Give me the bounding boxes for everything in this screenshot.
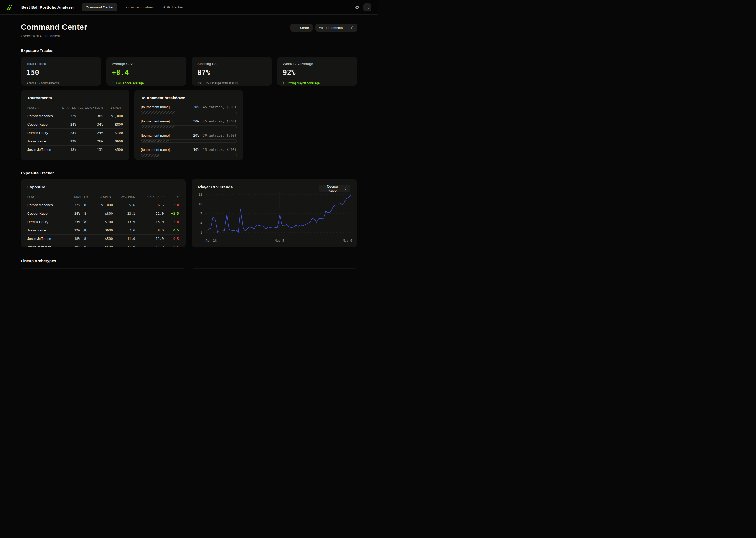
closing-adp-value: 6.5 <box>135 203 164 207</box>
nav-brand: Best Ball Portfolio Analyzer <box>7 4 74 11</box>
stat-value: +8.4 <box>112 69 181 77</box>
table-row[interactable]: Cooper Kupp 24% 34% $800 <box>27 120 123 129</box>
fee-weighted-value: 38% <box>76 114 103 118</box>
drafted-value: 22% <box>59 139 76 143</box>
closing-adp-value: 15.0 <box>135 220 164 224</box>
fee-weighted-value: 34% <box>76 123 103 126</box>
tab-command-center[interactable]: Command Center <box>82 3 118 11</box>
player-filter-select[interactable]: Cooper Kupp <box>319 185 351 192</box>
chevron-right-icon: › <box>171 148 172 152</box>
spent-value: $600 <box>103 139 123 143</box>
tournaments-card-title: Tournaments <box>27 96 123 100</box>
breakdown-detail: (15 entries, $400) <box>201 148 237 152</box>
col-spent: $ SPENT <box>103 106 123 109</box>
svg-text:4: 4 <box>200 221 202 225</box>
breakdown-pct: 10% <box>193 148 199 152</box>
progress-fill <box>141 154 159 157</box>
table-row[interactable]: Justin Jefferson 18% (8) $500 11.0 11.0 … <box>27 243 179 247</box>
stat-sub: 131 / 150 lineups with stacks <box>197 81 266 85</box>
stat-value: 87% <box>197 69 266 77</box>
fee-weighted-value: 26% <box>76 139 103 143</box>
share-button[interactable]: Share <box>290 24 313 31</box>
settings-gear-icon[interactable] <box>355 5 359 10</box>
drafted-value: 18% <box>59 148 76 152</box>
table-row[interactable]: Patrick Mahones 32% 38% $1,000 <box>27 112 123 120</box>
spent-value: $600 <box>88 228 113 232</box>
chevron-up-down-icon <box>351 26 354 30</box>
progress-track <box>141 154 237 157</box>
stat-value: 92% <box>283 69 352 77</box>
breakdown-line: [tournament name] › 30% (45 entries, $80… <box>141 119 237 123</box>
stat-card-average-clv: Average CLV +8.4 ↑ 12% above average <box>106 57 187 86</box>
tournament-link[interactable]: [tournament name] › <box>141 134 172 137</box>
search-button[interactable] <box>363 3 371 11</box>
fee-weighted-value: 13% <box>76 148 103 152</box>
breakdown-row: [tournament name] › 10% (15 entries, $40… <box>141 148 237 157</box>
table-row[interactable]: Cooper Kupp 24% (8) $800 23.1 22.0 +2.5 <box>27 209 179 218</box>
stat-cards: Total Entries 150 Across 12 tournaments … <box>21 57 357 86</box>
chart-title: Player CLV Trends <box>198 185 233 189</box>
col-player: PLAYER <box>27 195 65 198</box>
avg-pick-value: 5.6 <box>113 203 135 207</box>
avg-pick-value: 11.0 <box>113 245 135 247</box>
table-row[interactable]: Derrick Henry 23% 24% $700 <box>27 129 123 137</box>
svg-text:May 5: May 5 <box>275 239 284 242</box>
col-closing-adp: CLOSING ADP <box>135 195 164 198</box>
tournament-name: [tournament name] <box>141 148 169 152</box>
stat-card-week17-coverage: Week 17 Coverage 92% ↑ Strong playoff co… <box>277 57 357 86</box>
chevron-up-down-icon <box>344 187 347 190</box>
col-avg-pick: AVG PICK <box>113 195 135 198</box>
tournament-name: [tournament name] <box>141 119 169 123</box>
col-fee-weighted: FEE WEIGHTED% <box>76 106 103 109</box>
table-row[interactable]: Justin Jefferson 18% (8) $500 11.0 11.0 … <box>27 235 179 243</box>
tab-adp-tracker[interactable]: ADP Tracker <box>159 3 187 11</box>
arrow-up-icon: ↑ <box>112 81 114 85</box>
table-row[interactable]: Travis Kelce 22% 26% $600 <box>27 137 123 145</box>
nav-divider <box>17 4 17 11</box>
breakdown-detail: (45 entries, $900) <box>201 105 237 109</box>
breakdown-pct: 30% <box>193 105 199 109</box>
stat-label: Week 17 Coverage <box>283 62 352 66</box>
stat-card-total-entries: Total Entries 150 Across 12 tournaments <box>21 57 101 86</box>
app-logo-icon[interactable] <box>7 4 13 10</box>
avg-pick-value: 7.6 <box>113 228 135 232</box>
chevron-right-icon: › <box>171 105 172 109</box>
table-row[interactable]: Travis Kelce 22% (8) $600 7.6 8.0 +0.5 <box>27 226 179 235</box>
svg-text:7: 7 <box>200 212 202 215</box>
progress-fill <box>141 111 175 114</box>
spent-value: $800 <box>88 211 113 215</box>
table-row[interactable]: Derrick Henry 23% (8) $700 13.9 15.0 -2.… <box>27 218 179 226</box>
stat-label: Total Entries <box>26 62 95 66</box>
breakdown-values: 30% (45 entries, $800) <box>193 119 237 123</box>
table-row[interactable]: Justin Jefferson 18% 13% $500 <box>27 145 123 154</box>
table-row[interactable]: Patrick Mahones 32% (8) $1,000 5.6 6.5 -… <box>27 201 179 209</box>
stat-sub: ↑ 12% above average <box>112 81 181 85</box>
tournaments-row: Tournaments PLAYER DRAFTED FEE WEIGHTED%… <box>21 90 357 160</box>
spent-value: $700 <box>88 220 113 224</box>
tournament-name: [tournament name] <box>141 134 169 137</box>
tournament-link[interactable]: [tournament name] › <box>141 119 172 123</box>
share-upload-icon <box>294 26 298 30</box>
tournament-link[interactable]: [tournament name] › <box>141 148 172 152</box>
exposure-card: Exposure PLAYER DRAFTED $ SPENT AVG PICK… <box>21 179 186 247</box>
stat-label: Average CLV <box>112 62 181 66</box>
drafted-value: 32% <box>59 114 76 118</box>
page-controls: Share All tournaments <box>290 24 357 31</box>
tournament-link[interactable]: [tournament name] › <box>141 105 172 109</box>
player-name: Justin Jefferson <box>27 237 65 241</box>
clv-value: -0.5 <box>164 237 179 241</box>
tournament-name: [tournament name] <box>141 105 169 109</box>
breakdown-detail: (30 entries, $700) <box>201 134 237 137</box>
drafted-value: 18% (8) <box>65 237 88 241</box>
tab-tournament-entries[interactable]: Tournament Entries <box>119 3 158 11</box>
player-filter-value: Cooper Kupp <box>323 185 342 192</box>
progress-track <box>141 139 237 143</box>
top-nav: Best Ball Portfolio Analyzer Command Cen… <box>0 0 378 15</box>
closing-adp-value: 11.0 <box>135 237 164 241</box>
player-name: Travis Kelce <box>27 228 65 232</box>
avg-pick-value: 13.9 <box>113 220 135 224</box>
stat-sub-text: Across 12 tournaments <box>26 81 59 85</box>
tournament-filter-select[interactable]: All tournaments <box>315 24 357 31</box>
closing-adp-value: 22.0 <box>135 211 164 215</box>
drafted-value: 18% (8) <box>65 245 88 247</box>
